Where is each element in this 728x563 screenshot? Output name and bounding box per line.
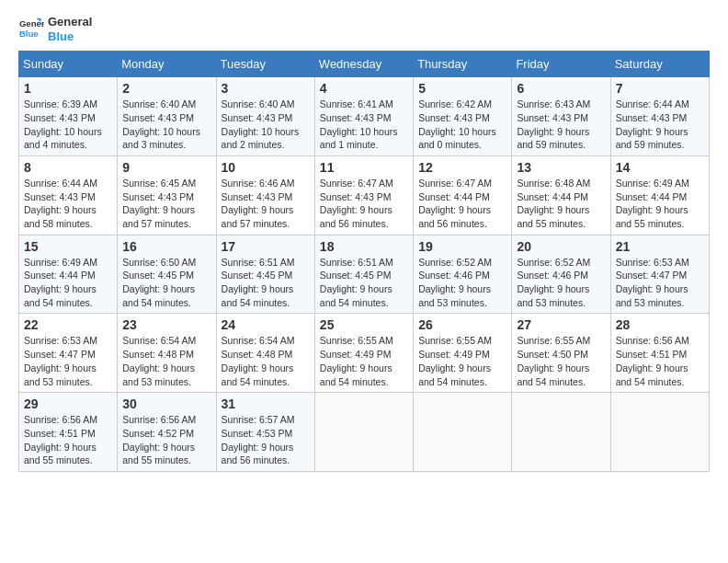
day-info: Sunrise: 6:54 AMSunset: 4:48 PMDaylight:… bbox=[122, 334, 210, 388]
calendar-cell: 13Sunrise: 6:48 AMSunset: 4:44 PMDayligh… bbox=[512, 155, 610, 235]
calendar-week-row: 22Sunrise: 6:53 AMSunset: 4:47 PMDayligh… bbox=[19, 314, 710, 393]
day-info: Sunrise: 6:40 AMSunset: 4:43 PMDaylight:… bbox=[122, 98, 210, 152]
weekday-header-thursday: Thursday bbox=[414, 52, 512, 77]
day-info: Sunrise: 6:57 AMSunset: 4:53 PMDaylight:… bbox=[222, 413, 310, 467]
calendar-cell: 10Sunrise: 6:46 AMSunset: 4:43 PMDayligh… bbox=[216, 155, 314, 235]
day-info: Sunrise: 6:46 AMSunset: 4:43 PMDaylight:… bbox=[222, 177, 310, 231]
day-info: Sunrise: 6:52 AMSunset: 4:46 PMDaylight:… bbox=[517, 256, 605, 310]
day-number: 7 bbox=[616, 81, 704, 96]
day-number: 2 bbox=[122, 81, 210, 96]
day-number: 22 bbox=[24, 317, 112, 332]
day-number: 20 bbox=[517, 239, 605, 254]
day-info: Sunrise: 6:56 AMSunset: 4:51 PMDaylight:… bbox=[616, 334, 704, 388]
day-info: Sunrise: 6:51 AMSunset: 4:45 PMDaylight:… bbox=[222, 256, 310, 310]
day-number: 8 bbox=[24, 160, 112, 175]
calendar-cell: 29Sunrise: 6:56 AMSunset: 4:51 PMDayligh… bbox=[19, 393, 118, 472]
calendar-week-row: 1Sunrise: 6:39 AMSunset: 4:43 PMDaylight… bbox=[19, 77, 710, 156]
day-info: Sunrise: 6:55 AMSunset: 4:49 PMDaylight:… bbox=[418, 334, 506, 388]
calendar-cell: 9Sunrise: 6:45 AMSunset: 4:43 PMDaylight… bbox=[118, 155, 216, 235]
day-number: 26 bbox=[418, 317, 506, 332]
calendar-cell: 17Sunrise: 6:51 AMSunset: 4:45 PMDayligh… bbox=[216, 235, 314, 314]
calendar-cell: 30Sunrise: 6:56 AMSunset: 4:52 PMDayligh… bbox=[118, 393, 216, 472]
day-info: Sunrise: 6:43 AMSunset: 4:43 PMDaylight:… bbox=[517, 98, 605, 152]
day-number: 29 bbox=[24, 396, 112, 411]
day-number: 5 bbox=[418, 81, 506, 96]
day-info: Sunrise: 6:52 AMSunset: 4:46 PMDaylight:… bbox=[418, 256, 506, 310]
calendar-cell: 7Sunrise: 6:44 AMSunset: 4:43 PMDaylight… bbox=[610, 77, 709, 156]
day-number: 6 bbox=[517, 81, 605, 96]
day-number: 17 bbox=[222, 239, 310, 254]
calendar-cell: 5Sunrise: 6:42 AMSunset: 4:43 PMDaylight… bbox=[414, 77, 512, 156]
calendar-cell: 3Sunrise: 6:40 AMSunset: 4:43 PMDaylight… bbox=[216, 77, 314, 156]
day-info: Sunrise: 6:55 AMSunset: 4:49 PMDaylight:… bbox=[320, 334, 408, 388]
day-info: Sunrise: 6:39 AMSunset: 4:43 PMDaylight:… bbox=[24, 98, 112, 152]
calendar-cell: 28Sunrise: 6:56 AMSunset: 4:51 PMDayligh… bbox=[610, 314, 709, 393]
calendar-cell: 6Sunrise: 6:43 AMSunset: 4:43 PMDaylight… bbox=[512, 77, 610, 156]
calendar-cell: 21Sunrise: 6:53 AMSunset: 4:47 PMDayligh… bbox=[610, 235, 709, 314]
logo: General Blue General Blue bbox=[18, 15, 92, 43]
calendar-cell: 19Sunrise: 6:52 AMSunset: 4:46 PMDayligh… bbox=[414, 235, 512, 314]
day-number: 14 bbox=[616, 160, 704, 175]
day-info: Sunrise: 6:53 AMSunset: 4:47 PMDaylight:… bbox=[24, 334, 112, 388]
day-info: Sunrise: 6:44 AMSunset: 4:43 PMDaylight:… bbox=[24, 177, 112, 231]
logo-icon: General Blue bbox=[18, 17, 44, 42]
day-info: Sunrise: 6:47 AMSunset: 4:43 PMDaylight:… bbox=[320, 177, 408, 231]
day-info: Sunrise: 6:40 AMSunset: 4:43 PMDaylight:… bbox=[222, 98, 310, 152]
weekday-header-friday: Friday bbox=[512, 52, 610, 77]
calendar-cell: 8Sunrise: 6:44 AMSunset: 4:43 PMDaylight… bbox=[19, 155, 118, 235]
day-info: Sunrise: 6:45 AMSunset: 4:43 PMDaylight:… bbox=[122, 177, 210, 231]
calendar-cell bbox=[314, 393, 413, 472]
calendar-cell: 26Sunrise: 6:55 AMSunset: 4:49 PMDayligh… bbox=[414, 314, 512, 393]
page-header: General Blue General Blue bbox=[18, 15, 710, 43]
calendar-cell: 4Sunrise: 6:41 AMSunset: 4:43 PMDaylight… bbox=[314, 77, 413, 156]
calendar-cell: 12Sunrise: 6:47 AMSunset: 4:44 PMDayligh… bbox=[414, 155, 512, 235]
weekday-header-monday: Monday bbox=[118, 52, 216, 77]
calendar-week-row: 29Sunrise: 6:56 AMSunset: 4:51 PMDayligh… bbox=[19, 393, 710, 472]
day-info: Sunrise: 6:53 AMSunset: 4:47 PMDaylight:… bbox=[616, 256, 704, 310]
calendar-cell bbox=[512, 393, 610, 472]
day-info: Sunrise: 6:55 AMSunset: 4:50 PMDaylight:… bbox=[517, 334, 605, 388]
calendar-cell: 2Sunrise: 6:40 AMSunset: 4:43 PMDaylight… bbox=[118, 77, 216, 156]
calendar-cell: 22Sunrise: 6:53 AMSunset: 4:47 PMDayligh… bbox=[19, 314, 118, 393]
day-info: Sunrise: 6:56 AMSunset: 4:52 PMDaylight:… bbox=[122, 413, 210, 467]
day-number: 25 bbox=[320, 317, 408, 332]
day-number: 23 bbox=[122, 317, 210, 332]
logo-line2: Blue bbox=[48, 29, 92, 44]
calendar-cell: 14Sunrise: 6:49 AMSunset: 4:44 PMDayligh… bbox=[610, 155, 709, 235]
calendar-cell: 15Sunrise: 6:49 AMSunset: 4:44 PMDayligh… bbox=[19, 235, 118, 314]
day-number: 19 bbox=[418, 239, 506, 254]
day-number: 1 bbox=[24, 81, 112, 96]
calendar-week-row: 8Sunrise: 6:44 AMSunset: 4:43 PMDaylight… bbox=[19, 155, 710, 235]
day-info: Sunrise: 6:49 AMSunset: 4:44 PMDaylight:… bbox=[616, 177, 704, 231]
svg-text:Blue: Blue bbox=[19, 28, 39, 38]
day-number: 31 bbox=[222, 396, 310, 411]
weekday-header-tuesday: Tuesday bbox=[216, 52, 314, 77]
calendar-header-row: SundayMondayTuesdayWednesdayThursdayFrid… bbox=[19, 52, 710, 77]
day-number: 13 bbox=[517, 160, 605, 175]
calendar-cell: 16Sunrise: 6:50 AMSunset: 4:45 PMDayligh… bbox=[118, 235, 216, 314]
day-number: 28 bbox=[616, 317, 704, 332]
day-number: 10 bbox=[222, 160, 310, 175]
calendar-week-row: 15Sunrise: 6:49 AMSunset: 4:44 PMDayligh… bbox=[19, 235, 710, 314]
calendar-cell: 25Sunrise: 6:55 AMSunset: 4:49 PMDayligh… bbox=[314, 314, 413, 393]
weekday-header-saturday: Saturday bbox=[610, 52, 709, 77]
day-number: 15 bbox=[24, 239, 112, 254]
day-info: Sunrise: 6:41 AMSunset: 4:43 PMDaylight:… bbox=[320, 98, 408, 152]
weekday-header-wednesday: Wednesday bbox=[314, 52, 413, 77]
day-info: Sunrise: 6:47 AMSunset: 4:44 PMDaylight:… bbox=[418, 177, 506, 231]
calendar-cell: 1Sunrise: 6:39 AMSunset: 4:43 PMDaylight… bbox=[19, 77, 118, 156]
calendar-cell: 11Sunrise: 6:47 AMSunset: 4:43 PMDayligh… bbox=[314, 155, 413, 235]
calendar-cell bbox=[414, 393, 512, 472]
calendar-cell bbox=[610, 393, 709, 472]
day-number: 21 bbox=[616, 239, 704, 254]
day-number: 30 bbox=[122, 396, 210, 411]
calendar-cell: 31Sunrise: 6:57 AMSunset: 4:53 PMDayligh… bbox=[216, 393, 314, 472]
day-number: 27 bbox=[517, 317, 605, 332]
day-number: 4 bbox=[320, 81, 408, 96]
day-info: Sunrise: 6:49 AMSunset: 4:44 PMDaylight:… bbox=[24, 256, 112, 310]
day-number: 3 bbox=[222, 81, 310, 96]
day-info: Sunrise: 6:44 AMSunset: 4:43 PMDaylight:… bbox=[616, 98, 704, 152]
calendar-cell: 18Sunrise: 6:51 AMSunset: 4:45 PMDayligh… bbox=[314, 235, 413, 314]
day-info: Sunrise: 6:48 AMSunset: 4:44 PMDaylight:… bbox=[517, 177, 605, 231]
calendar-cell: 27Sunrise: 6:55 AMSunset: 4:50 PMDayligh… bbox=[512, 314, 610, 393]
